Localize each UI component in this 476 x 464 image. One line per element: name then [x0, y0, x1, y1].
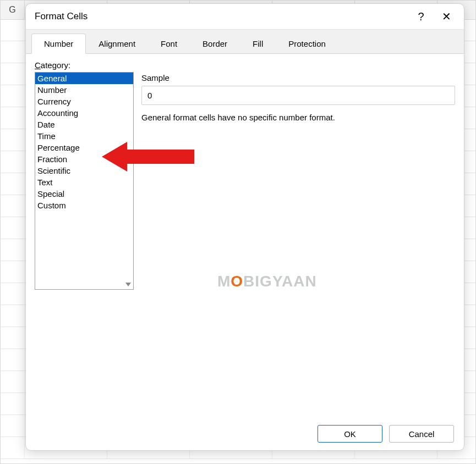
- category-item-fraction[interactable]: Fraction: [35, 153, 133, 165]
- ok-button[interactable]: OK: [318, 425, 382, 443]
- category-item-general[interactable]: General: [35, 73, 133, 84]
- category-item-scientific[interactable]: Scientific: [35, 165, 133, 176]
- category-item-accounting[interactable]: Accounting: [35, 107, 133, 119]
- sample-label: Sample: [141, 73, 455, 82]
- category-item-date[interactable]: Date: [35, 119, 133, 130]
- category-label: Category:: [35, 60, 455, 70]
- tab-label: Border: [203, 39, 227, 48]
- category-item-currency[interactable]: Currency: [35, 96, 133, 107]
- category-item-special[interactable]: Special: [35, 188, 133, 200]
- scroll-down-icon[interactable]: [123, 279, 133, 289]
- dialog-title: Format Cells: [35, 11, 414, 22]
- dialog-footer: OK Cancel: [26, 417, 464, 450]
- button-label: OK: [344, 429, 356, 439]
- format-cells-dialog: Format Cells ? ✕ Number Alignment Font B…: [25, 3, 464, 451]
- tab-alignment[interactable]: Alignment: [86, 34, 148, 54]
- category-item-time[interactable]: Time: [35, 130, 133, 142]
- watermark-text: MOBIGYAAN: [217, 273, 317, 290]
- help-button[interactable]: ?: [414, 10, 428, 23]
- tab-protection[interactable]: Protection: [276, 34, 338, 54]
- cancel-button[interactable]: Cancel: [389, 425, 454, 443]
- tab-label: Fill: [253, 39, 263, 48]
- column-header-blank: G: [1, 1, 25, 19]
- tab-label: Font: [161, 39, 177, 48]
- tab-font[interactable]: Font: [148, 34, 190, 54]
- category-listbox[interactable]: GeneralNumberCurrencyAccountingDateTimeP…: [35, 72, 134, 290]
- category-item-percentage[interactable]: Percentage: [35, 142, 133, 153]
- button-label: Cancel: [409, 429, 435, 439]
- sample-value-box: 0: [141, 86, 455, 105]
- tab-label: Number: [44, 39, 73, 48]
- tab-border[interactable]: Border: [190, 34, 240, 54]
- number-tab-panel: Category: GeneralNumberCurrencyAccountin…: [26, 54, 464, 417]
- category-item-number[interactable]: Number: [35, 84, 133, 96]
- tab-label: Protection: [288, 39, 326, 48]
- category-item-text[interactable]: Text: [35, 176, 133, 188]
- tab-strip: Number Alignment Font Border Fill Protec…: [26, 29, 464, 54]
- close-icon: ✕: [442, 10, 451, 23]
- tab-number[interactable]: Number: [31, 34, 86, 54]
- category-description: General format cells have no specific nu…: [141, 113, 455, 122]
- tab-fill[interactable]: Fill: [240, 34, 276, 54]
- category-item-custom[interactable]: Custom: [35, 200, 133, 211]
- tab-label: Alignment: [99, 39, 135, 48]
- dialog-titlebar[interactable]: Format Cells ? ✕: [26, 4, 464, 29]
- close-button[interactable]: ✕: [440, 10, 453, 23]
